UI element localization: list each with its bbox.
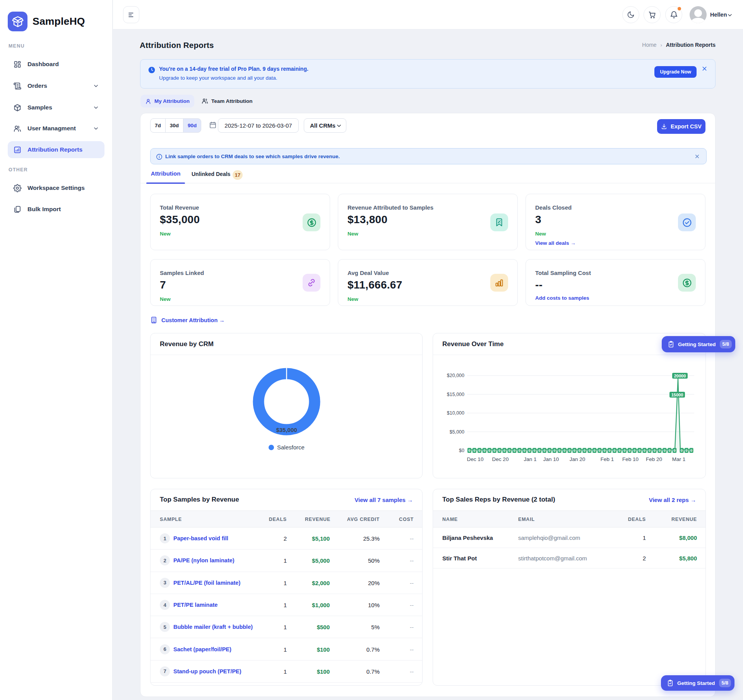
- svg-text:Feb 20: Feb 20: [646, 456, 662, 462]
- svg-text:0: 0: [553, 448, 555, 452]
- svg-text:0: 0: [664, 448, 666, 452]
- svg-text:20000: 20000: [674, 374, 686, 378]
- svg-text:0: 0: [690, 448, 692, 452]
- svg-text:0: 0: [673, 448, 675, 452]
- svg-text:$10,000: $10,000: [447, 410, 464, 416]
- svg-text:0: 0: [529, 448, 531, 452]
- svg-text:0: 0: [618, 448, 620, 452]
- svg-text:0: 0: [633, 448, 635, 452]
- svg-text:0: 0: [685, 448, 687, 452]
- svg-text:0: 0: [603, 448, 605, 452]
- svg-text:0: 0: [654, 448, 656, 452]
- svg-text:0: 0: [613, 448, 615, 452]
- svg-text:0: 0: [538, 448, 540, 452]
- svg-text:0: 0: [568, 448, 570, 452]
- svg-text:0: 0: [628, 448, 630, 452]
- svg-text:Dec 10: Dec 10: [467, 456, 484, 462]
- svg-text:0: 0: [681, 448, 683, 452]
- svg-text:0: 0: [644, 448, 645, 452]
- svg-text:0: 0: [589, 448, 591, 452]
- svg-text:0: 0: [493, 448, 495, 452]
- svg-text:15000: 15000: [671, 393, 683, 397]
- svg-text:0: 0: [503, 448, 505, 452]
- svg-text:Feb 1: Feb 1: [601, 456, 614, 462]
- svg-text:0: 0: [649, 448, 651, 452]
- svg-text:0: 0: [548, 448, 550, 452]
- svg-text:0: 0: [669, 448, 671, 452]
- svg-text:0: 0: [514, 448, 515, 452]
- svg-text:Feb 10: Feb 10: [622, 456, 639, 462]
- svg-text:Mar 1: Mar 1: [672, 456, 686, 462]
- svg-text:0: 0: [533, 448, 535, 452]
- svg-text:Jan 1: Jan 1: [524, 456, 536, 462]
- svg-text:0: 0: [639, 448, 640, 452]
- svg-text:0: 0: [473, 448, 475, 452]
- svg-text:0: 0: [608, 448, 610, 452]
- svg-text:$35,000: $35,000: [276, 427, 297, 433]
- svg-text:0: 0: [579, 448, 580, 452]
- svg-text:Salesforce: Salesforce: [277, 444, 305, 451]
- svg-text:0: 0: [574, 448, 575, 452]
- svg-text:0: 0: [659, 448, 661, 452]
- svg-text:0: 0: [623, 448, 625, 452]
- svg-text:0: 0: [519, 448, 520, 452]
- svg-text:0: 0: [563, 448, 565, 452]
- svg-text:0: 0: [594, 448, 596, 452]
- svg-text:$5,000: $5,000: [450, 429, 464, 435]
- svg-text:0: 0: [483, 448, 485, 452]
- svg-text:0: 0: [524, 448, 526, 452]
- svg-text:0: 0: [543, 448, 545, 452]
- svg-text:0: 0: [488, 448, 490, 452]
- svg-text:0: 0: [468, 448, 470, 452]
- svg-text:0: 0: [558, 448, 560, 452]
- svg-text:Jan 20: Jan 20: [570, 456, 585, 462]
- svg-text:$20,000: $20,000: [447, 373, 464, 378]
- svg-text:Jan 10: Jan 10: [543, 456, 559, 462]
- svg-text:$0: $0: [459, 448, 464, 453]
- svg-text:$15,000: $15,000: [447, 392, 464, 397]
- svg-text:0: 0: [584, 448, 585, 452]
- svg-text:0: 0: [478, 448, 480, 452]
- svg-text:0: 0: [508, 448, 510, 452]
- svg-text:0: 0: [498, 448, 500, 452]
- svg-text:Dec 20: Dec 20: [492, 456, 509, 462]
- svg-text:0: 0: [599, 448, 601, 452]
